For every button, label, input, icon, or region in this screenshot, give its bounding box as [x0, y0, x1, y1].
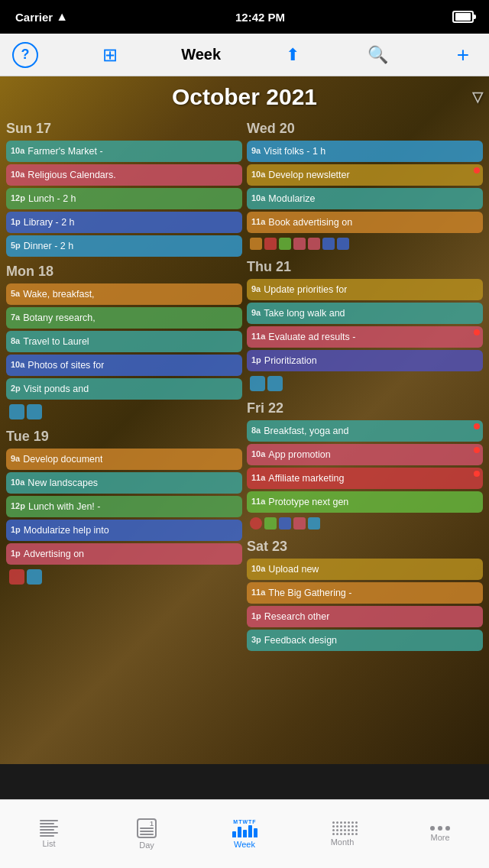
- day-icon: 1: [137, 818, 157, 838]
- event-big-gathering[interactable]: 11aThe Big Gathering -: [247, 582, 483, 604]
- event-book-advertising[interactable]: 11aBook advertising on: [247, 212, 483, 233]
- event-develop-newsletter[interactable]: 10aDevelop newsletter: [247, 164, 483, 186]
- event-advertising-on[interactable]: 1pAdvertising on: [6, 543, 242, 565]
- event-botany[interactable]: 7aBotany research,: [6, 307, 242, 329]
- icon-sq-pk: [293, 517, 306, 530]
- event-wake-breakfast[interactable]: 5aWake, breakfast,: [6, 283, 242, 305]
- event-library[interactable]: 1pLibrary - 2 h: [6, 212, 242, 233]
- share-button[interactable]: ⬆: [279, 45, 306, 65]
- toolbar: ? ⊞ Week ⬆ 🔍 +: [0, 34, 489, 76]
- day-header-fri22: Fri 22: [247, 400, 483, 416]
- event-long-walk[interactable]: 9aTake long walk and: [247, 303, 483, 324]
- icon-row-wed20: [247, 235, 483, 252]
- right-column: Wed 20 9aVisit folks - 1 h 10aDevelop ne…: [247, 118, 483, 651]
- day-header-sun17: Sun 17: [6, 121, 242, 137]
- event-prototype[interactable]: 11aPrototype next gen: [247, 491, 483, 513]
- tab-day-label: Day: [139, 840, 154, 850]
- icon-row-fri22: [247, 515, 483, 532]
- event-farmers-market[interactable]: 10aFarmer's Market -: [6, 141, 242, 162]
- tab-bar: List 1 Day MTWTF Week: [0, 799, 489, 868]
- week-icon: MTWTF: [232, 819, 257, 837]
- icon-sq-1: [9, 404, 24, 419]
- icon-sq-r: [264, 238, 277, 250]
- icon-sq-p2: [308, 238, 320, 250]
- icon-sq-sky-1: [250, 376, 265, 391]
- tab-more[interactable]: More: [391, 800, 489, 868]
- icon-sq-red: [9, 569, 24, 585]
- event-affiliate[interactable]: 11aAffiliate marketing: [247, 468, 483, 489]
- dot-indicator-4: [474, 447, 480, 453]
- icon-sq-sky: [27, 569, 42, 585]
- event-religious-calendars[interactable]: 10aReligious Calendars.: [6, 164, 242, 186]
- event-lunch-sun[interactable]: 12pLunch - 2 h: [6, 188, 242, 209]
- event-app-promotion[interactable]: 10aApp promotion: [247, 444, 483, 465]
- event-modularize-help[interactable]: 1pModularize help into: [6, 520, 242, 541]
- week-grid: Sun 17 10aFarmer's Market - 10aReligious…: [6, 118, 483, 651]
- event-modularize[interactable]: 10aModularize: [247, 188, 483, 209]
- dot-indicator: [474, 167, 480, 173]
- month-year-label: October 2021: [172, 84, 317, 109]
- icon-sq-p1: [293, 238, 306, 250]
- event-develop-doc[interactable]: 9aDevelop document: [6, 449, 242, 470]
- event-research-other[interactable]: 1pResearch other: [247, 606, 483, 627]
- list-icon: [40, 820, 58, 837]
- event-upload-new[interactable]: 10aUpload new: [247, 559, 483, 580]
- calendar-background: October 2021 ▽ Sun 17 10aFarmer's Market…: [0, 76, 489, 764]
- icon-sq-b2: [337, 238, 349, 250]
- event-update-priorities[interactable]: 9aUpdate priorities for: [247, 279, 483, 300]
- time-display: 12:42 PM: [235, 11, 285, 24]
- dot-indicator-5: [474, 471, 480, 477]
- calendar-grid-button[interactable]: ⊞: [96, 44, 124, 66]
- add-button[interactable]: +: [449, 43, 477, 67]
- icon-sq-o: [250, 238, 262, 250]
- dot-indicator-2: [474, 329, 480, 335]
- tab-list-label: List: [42, 839, 55, 848]
- icon-sq-sky-2: [267, 376, 283, 391]
- tab-list[interactable]: List: [0, 800, 98, 868]
- battery-icon: [452, 11, 474, 23]
- more-icon: [430, 826, 450, 831]
- day-header-thu21: Thu 21: [247, 259, 483, 275]
- search-button[interactable]: 🔍: [364, 45, 391, 65]
- icon-sq-b1: [322, 238, 335, 250]
- status-bar: Carrier ▲ 12:42 PM: [0, 0, 489, 34]
- event-travel-laurel[interactable]: 8aTravel to Laurel: [6, 331, 242, 352]
- wifi-icon: ▲: [56, 10, 68, 24]
- left-column: Sun 17 10aFarmer's Market - 10aReligious…: [6, 118, 242, 651]
- event-visit-folks[interactable]: 9aVisit folks - 1 h: [247, 141, 483, 162]
- day-header-wed20: Wed 20: [247, 121, 483, 137]
- toolbar-title: Week: [181, 46, 221, 63]
- event-feedback-design[interactable]: 3pFeedback design: [247, 630, 483, 651]
- day-header-sat23: Sat 23: [247, 539, 483, 555]
- event-evaluate-ad[interactable]: 11aEvaluate ad results -: [247, 326, 483, 348]
- tab-more-label: More: [430, 833, 449, 842]
- help-button[interactable]: ?: [12, 42, 38, 68]
- event-breakfast-yoga[interactable]: 8aBreakfast, yoga and: [247, 420, 483, 442]
- day-header-tue19: Tue 19: [6, 429, 242, 445]
- icon-sq-2: [27, 404, 42, 419]
- month-header: October 2021 ▽: [6, 84, 483, 110]
- carrier-label: Carrier: [15, 11, 53, 24]
- event-photos[interactable]: 10aPhotos of sites for: [6, 355, 242, 376]
- icon-circ-r: [250, 517, 262, 530]
- tab-day[interactable]: 1 Day: [98, 800, 196, 868]
- icon-sq-sk: [308, 517, 320, 530]
- month-icon: [332, 821, 352, 835]
- icon-row-tue19: [6, 567, 242, 587]
- event-prioritization[interactable]: 1pPrioritization: [247, 350, 483, 371]
- event-dinner[interactable]: 5pDinner - 2 h: [6, 235, 242, 257]
- tab-month-label: Month: [331, 837, 355, 847]
- day-header-mon18: Mon 18: [6, 264, 242, 280]
- tab-month[interactable]: Month: [293, 800, 391, 868]
- filter-icon[interactable]: ▽: [472, 89, 483, 105]
- icon-sq-lm: [264, 517, 277, 530]
- icon-row-mon18: [6, 402, 242, 422]
- dot-indicator-3: [474, 423, 480, 429]
- event-lunch-jen[interactable]: 12pLunch with Jen! -: [6, 496, 242, 517]
- icon-sq-bl: [279, 517, 291, 530]
- event-new-landscapes[interactable]: 10aNew landscapes: [6, 472, 242, 494]
- icon-row-thu21: [247, 374, 483, 394]
- tab-week[interactable]: MTWTF Week: [196, 800, 293, 868]
- event-visit-ponds[interactable]: 2pVisit ponds and: [6, 378, 242, 400]
- icon-sq-l: [279, 238, 291, 250]
